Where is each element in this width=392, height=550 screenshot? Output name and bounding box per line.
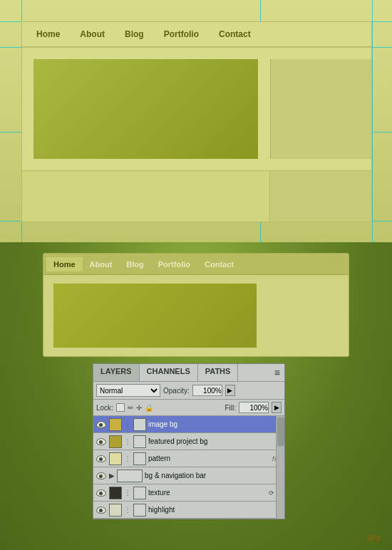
layer-thumb-pattern <box>109 452 122 465</box>
bottom-nav-about[interactable]: About <box>83 257 120 271</box>
fill-arrow[interactable]: ▶ <box>272 402 282 413</box>
top-design-area: Home About Blog Portfolio Contact <box>0 0 392 242</box>
layer-name-image-bg: image bg <box>148 420 282 428</box>
layer-mask-highlight <box>133 504 146 517</box>
watermark: 网学 <box>366 534 382 544</box>
layer-mask-image-bg <box>133 418 146 431</box>
top-bottom-row <box>22 170 371 222</box>
layer-chain-pattern: ⋮ <box>124 455 131 462</box>
layer-thumb-featured-project-bg <box>109 435 122 448</box>
top-bottom-right <box>270 171 371 222</box>
layers-list: ⋮ image bg ⋮ featured project bg <box>93 416 284 519</box>
layers-panel: LAYERS CHANNELS PATHS ≡ Normal Opacity: … <box>93 363 285 519</box>
bottom-nav-blog[interactable]: Blog <box>119 257 150 271</box>
tab-layers[interactable]: LAYERS <box>93 364 140 381</box>
fill-label: Fill: <box>225 404 236 412</box>
lock-checkbox[interactable] <box>116 403 125 412</box>
layer-name-bg-nav-bar: bg & navigation bar <box>145 472 282 479</box>
layer-chain-featured-project-bg: ⋮ <box>124 437 131 445</box>
layer-chain-texture: ⋮ <box>124 489 131 497</box>
layer-mask-pattern <box>133 452 146 465</box>
layers-panel-menu[interactable]: ≡ <box>270 364 284 381</box>
blend-opacity-row: Normal Opacity: ▶ <box>93 382 284 400</box>
top-image-block <box>33 59 258 159</box>
bottom-nav-contact[interactable]: Contact <box>197 257 241 271</box>
opacity-label: Opacity: <box>163 387 190 395</box>
layer-visibility-highlight[interactable] <box>96 504 107 516</box>
layer-item-pattern[interactable]: ⋮ pattern fx◀ <box>93 450 284 467</box>
layer-chain-image-bg: ⋮ <box>124 420 131 428</box>
layer-options-texture: ⟳ <box>269 489 274 497</box>
eye-icon-featured-project-bg <box>96 438 106 445</box>
top-nav-portfolio[interactable]: Portfolio <box>154 25 209 43</box>
opacity-input[interactable] <box>192 385 222 396</box>
preview-image-block <box>53 284 257 348</box>
layer-thumb-image-bg <box>109 418 122 431</box>
eye-icon-texture <box>96 489 106 497</box>
layers-tabs: LAYERS CHANNELS PATHS ≡ <box>93 364 284 382</box>
fill-input[interactable] <box>239 402 269 413</box>
bottom-nav-home[interactable]: Home <box>46 257 83 271</box>
tab-channels[interactable]: CHANNELS <box>140 364 198 381</box>
layers-scrollbar[interactable] <box>276 416 284 519</box>
bottom-navbar: Home About Blog Portfolio Contact <box>43 254 349 275</box>
layer-name-highlight: highlight <box>148 506 282 514</box>
lock-label: Lock: <box>96 404 113 412</box>
top-nav-contact[interactable]: Contact <box>209 25 261 43</box>
bottom-preview-area: Home About Blog Portfolio Contact <box>43 253 349 357</box>
layer-visibility-featured-project-bg[interactable] <box>96 436 107 447</box>
top-content-area <box>21 47 372 222</box>
top-nav-about[interactable]: About <box>70 25 115 43</box>
layer-visibility-pattern[interactable] <box>96 453 107 465</box>
lock-all-icon: 🔒 <box>145 404 153 412</box>
top-nav-blog[interactable]: Blog <box>115 25 154 43</box>
layer-item-featured-project-bg[interactable]: ⋮ featured project bg <box>93 433 284 450</box>
layer-chain-highlight: ⋮ <box>124 506 131 514</box>
top-nav-home[interactable]: Home <box>26 25 70 43</box>
layer-thumb-highlight <box>109 504 122 517</box>
layer-thumb-texture <box>109 487 122 499</box>
layer-item-image-bg[interactable]: ⋮ image bg <box>93 416 284 433</box>
eye-icon-pattern <box>96 455 106 462</box>
lock-fill-row: Lock: ✏ ✛ 🔒 Fill: ▶ <box>93 400 284 416</box>
bottom-nav-portfolio[interactable]: Portfolio <box>151 257 197 271</box>
eye-icon-bg-nav-bar <box>96 472 106 479</box>
layer-item-texture[interactable]: ⋮ texture ⟳ ▼ <box>93 484 284 502</box>
layer-name-featured-project-bg: featured project bg <box>148 437 282 445</box>
layer-thumb-bg-nav-bar <box>117 469 143 482</box>
guide-v-3 <box>372 0 373 242</box>
layer-visibility-texture[interactable] <box>96 487 107 499</box>
blend-mode-select[interactable]: Normal <box>96 384 160 397</box>
layers-scroll-thumb[interactable] <box>277 417 284 446</box>
top-navbar: Home About Blog Portfolio Contact <box>21 21 372 47</box>
layer-name-texture: texture <box>148 489 267 497</box>
layer-item-highlight[interactable]: ⋮ highlight <box>93 502 284 519</box>
layer-mask-texture <box>133 487 146 499</box>
lock-pen-icon: ✏ <box>128 404 133 412</box>
layer-name-pattern: pattern <box>148 455 270 462</box>
layer-visibility-bg-nav-bar[interactable] <box>96 470 107 482</box>
eye-icon-highlight <box>96 507 106 514</box>
layer-group-arrow-bg-nav-bar[interactable]: ▶ <box>109 472 115 479</box>
tab-paths[interactable]: PATHS <box>198 364 239 381</box>
lock-move-icon: ✛ <box>136 404 142 412</box>
layer-mask-featured-project-bg <box>133 435 146 448</box>
layer-item-bg-nav-bar[interactable]: ▶ bg & navigation bar <box>93 467 284 484</box>
top-bottom-left <box>22 171 270 222</box>
eye-icon-image-bg <box>96 421 106 428</box>
layer-visibility-image-bg[interactable] <box>96 419 107 430</box>
top-sidebar-block <box>270 59 371 159</box>
opacity-arrow[interactable]: ▶ <box>225 385 235 396</box>
